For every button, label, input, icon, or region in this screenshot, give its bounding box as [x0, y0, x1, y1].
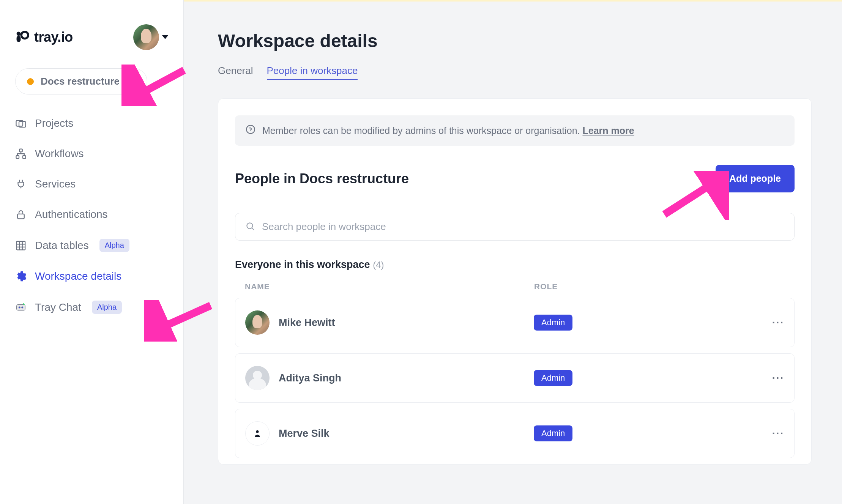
add-people-button[interactable]: Add people [716, 165, 795, 192]
table-row: Merve Silk Admin ··· [235, 409, 795, 458]
tabs: General People in workspace [218, 65, 812, 80]
avatar [245, 421, 270, 446]
svg-point-13 [246, 125, 255, 134]
svg-point-14 [247, 223, 252, 228]
banner-message: Member roles can be modified by admins o… [262, 125, 582, 136]
svg-rect-1 [17, 36, 21, 42]
sidebar-item-workspace-details[interactable]: Workspace details [15, 270, 168, 282]
sidebar-item-label: Authentications [35, 208, 107, 220]
workflow-icon [15, 148, 27, 159]
sidebar-item-tray-chat[interactable]: Tray Chat Alpha [15, 301, 168, 314]
sidebar-item-label: Projects [35, 117, 73, 129]
avatar [245, 366, 270, 390]
role-badge: Admin [534, 425, 572, 441]
svg-rect-8 [17, 214, 24, 219]
section-header: People in Docs restructure Add people [235, 165, 795, 192]
search-icon [245, 221, 255, 233]
sidebar-item-services[interactable]: Services [15, 178, 168, 190]
sidebar-item-label: Services [35, 178, 76, 190]
svg-point-0 [17, 32, 21, 36]
row-actions-menu[interactable]: ··· [746, 372, 784, 384]
table-row: Aditya Singh Admin ··· [235, 353, 795, 403]
svg-rect-5 [19, 149, 22, 152]
name-cell: Merve Silk [245, 421, 534, 446]
svg-rect-6 [16, 156, 19, 159]
sidebar-item-label: Data tables [35, 239, 89, 252]
row-actions-menu[interactable]: ··· [746, 427, 784, 439]
svg-point-11 [19, 307, 20, 308]
folder-icon [15, 118, 27, 129]
person-name: Aditya Singh [279, 372, 341, 384]
user-menu[interactable] [133, 24, 168, 50]
chevron-down-icon [162, 35, 168, 39]
table-header: NAME ROLE [235, 282, 795, 298]
gear-icon [15, 271, 27, 282]
sidebar-item-projects[interactable]: Projects [15, 117, 168, 129]
sidebar-nav: Projects Workflows Services Authenticati… [15, 117, 168, 314]
role-badge: Admin [534, 315, 572, 331]
workspace-selector[interactable]: Docs restructure [15, 68, 147, 94]
list-title: Everyone in this workspace (4) [235, 259, 795, 271]
workspace-name: Docs restructure [41, 76, 120, 87]
brand-row: tray.io [15, 24, 168, 50]
brand[interactable]: tray.io [15, 29, 73, 45]
person-name: Mike Hewitt [279, 317, 335, 329]
name-cell: Aditya Singh [245, 366, 534, 390]
person-name: Merve Silk [279, 428, 330, 439]
avatar [133, 24, 159, 50]
svg-rect-7 [23, 156, 26, 159]
plug-icon [15, 178, 27, 190]
section-title: People in Docs restructure [235, 171, 409, 187]
grid-icon [15, 240, 27, 251]
lock-icon [15, 209, 27, 220]
list-title-text: Everyone in this workspace [235, 259, 370, 270]
chat-icon [15, 302, 27, 313]
workspace-status-dot [27, 78, 34, 85]
sidebar-item-label: Tray Chat [35, 301, 81, 313]
alpha-badge: Alpha [99, 239, 129, 252]
tab-people-in-workspace[interactable]: People in workspace [267, 65, 358, 80]
sidebar-item-authentications[interactable]: Authentications [15, 208, 168, 220]
svg-point-12 [22, 307, 23, 308]
sidebar-item-label: Workflows [35, 148, 84, 160]
sidebar: tray.io Docs restructure Projects [0, 0, 184, 504]
svg-rect-9 [17, 241, 25, 250]
brand-logo-icon [15, 30, 29, 44]
list-count: (4) [373, 260, 384, 270]
brand-name: tray.io [34, 29, 73, 45]
search-wrapper[interactable] [235, 213, 795, 241]
sidebar-item-label: Workspace details [35, 270, 121, 282]
info-banner: Member roles can be modified by admins o… [235, 115, 795, 146]
search-input[interactable] [262, 221, 784, 233]
people-card: Member roles can be modified by admins o… [218, 98, 812, 465]
table-row: Mike Hewitt Admin ··· [235, 298, 795, 347]
banner-text: Member roles can be modified by admins o… [262, 125, 634, 136]
svg-point-15 [256, 430, 259, 433]
chevron-down-icon [128, 78, 136, 85]
row-actions-menu[interactable]: ··· [746, 317, 784, 329]
svg-point-2 [21, 32, 28, 39]
alpha-badge: Alpha [92, 301, 122, 314]
avatar [245, 310, 270, 335]
sidebar-item-data-tables[interactable]: Data tables Alpha [15, 239, 168, 252]
page-title: Workspace details [218, 30, 812, 51]
role-badge: Admin [534, 370, 572, 386]
column-role: ROLE [534, 282, 747, 291]
help-icon [246, 124, 255, 137]
tab-general[interactable]: General [218, 65, 253, 80]
column-name: NAME [245, 282, 534, 291]
svg-rect-10 [17, 304, 25, 310]
name-cell: Mike Hewitt [245, 310, 534, 335]
sidebar-item-workflows[interactable]: Workflows [15, 148, 168, 160]
main-content: Workspace details General People in work… [184, 0, 842, 504]
learn-more-link[interactable]: Learn more [582, 125, 634, 136]
